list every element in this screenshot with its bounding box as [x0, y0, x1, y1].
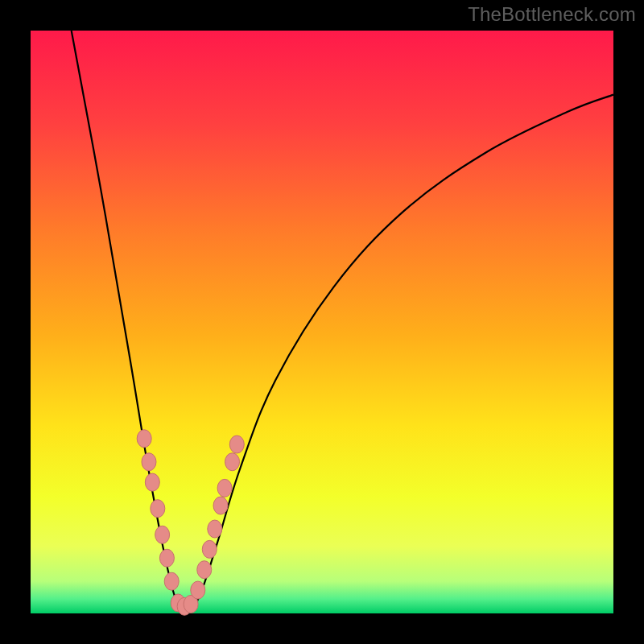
chart-plot-area [31, 31, 613, 613]
marker-dot [225, 453, 240, 471]
marker-dot [202, 540, 217, 558]
marker-dot [145, 473, 159, 491]
marker-dot [191, 581, 205, 599]
marker-dot [229, 436, 244, 453]
chart-stage: TheBottleneck.com [0, 0, 644, 644]
marker-dot [208, 520, 222, 538]
marker-dot [197, 561, 212, 579]
marker-dot [159, 549, 174, 567]
marker-dot [151, 500, 165, 518]
watermark-text: TheBottleneck.com [468, 3, 636, 26]
marker-dot [213, 497, 228, 514]
marker-dot [142, 453, 156, 471]
marker-dot [164, 572, 179, 590]
marker-dot [217, 479, 232, 497]
marker-dot [137, 430, 151, 448]
chart-svg [0, 0, 644, 644]
marker-dot [155, 526, 170, 543]
